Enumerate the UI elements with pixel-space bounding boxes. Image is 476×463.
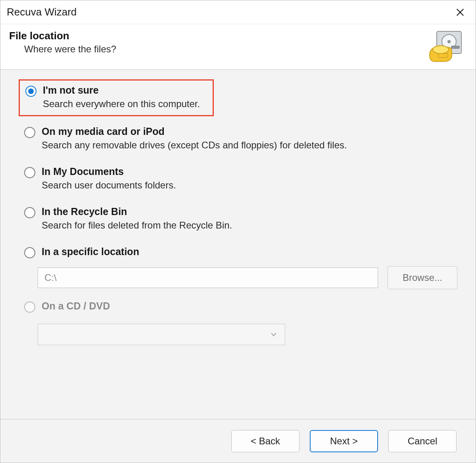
option-not-sure-desc: Search everywhere on this computer. bbox=[43, 98, 200, 110]
close-button[interactable] bbox=[453, 6, 467, 19]
option-recycle-bin-texts: In the Recycle Bin Search for files dele… bbox=[42, 206, 232, 231]
titlebar: Recuva Wizard bbox=[0, 0, 476, 24]
next-button[interactable]: Next > bbox=[310, 430, 378, 452]
specific-location-row: Browse... bbox=[38, 266, 457, 289]
radio-not-sure[interactable] bbox=[25, 86, 36, 97]
radio-cd-dvd bbox=[24, 302, 35, 313]
chevron-down-icon bbox=[270, 330, 278, 338]
option-cd-dvd-label: On a CD / DVD bbox=[42, 300, 110, 312]
location-path-input[interactable] bbox=[38, 267, 378, 288]
svg-rect-7 bbox=[438, 54, 448, 58]
option-not-sure-texts: I'm not sure Search everywhere on this c… bbox=[43, 85, 200, 110]
svg-point-6 bbox=[433, 46, 449, 54]
option-not-sure-label: I'm not sure bbox=[43, 85, 200, 96]
browse-button[interactable]: Browse... bbox=[388, 266, 457, 289]
option-specific-location[interactable]: In a specific location bbox=[19, 242, 457, 264]
option-media-card[interactable]: On my media card or iPod Search any remo… bbox=[19, 122, 457, 156]
option-documents[interactable]: In My Documents Search user documents fo… bbox=[19, 162, 457, 196]
radio-documents[interactable] bbox=[24, 167, 35, 178]
close-icon bbox=[456, 8, 464, 17]
option-recycle-bin[interactable]: In the Recycle Bin Search for files dele… bbox=[19, 202, 457, 236]
window-title: Recuva Wizard bbox=[7, 6, 77, 18]
radio-specific-location[interactable] bbox=[24, 247, 35, 258]
option-documents-label: In My Documents bbox=[42, 166, 176, 177]
option-specific-location-texts: In a specific location bbox=[42, 246, 139, 257]
option-documents-desc: Search user documents folders. bbox=[42, 180, 176, 191]
page-heading: File location bbox=[9, 30, 116, 42]
radio-media-card[interactable] bbox=[24, 127, 35, 138]
hard-drive-icon bbox=[427, 30, 464, 62]
option-not-sure[interactable]: I'm not sure Search everywhere on this c… bbox=[19, 79, 214, 116]
option-cd-dvd: On a CD / DVD bbox=[19, 296, 457, 318]
option-media-card-label: On my media card or iPod bbox=[42, 126, 347, 137]
back-button[interactable]: < Back bbox=[231, 430, 299, 452]
option-documents-texts: In My Documents Search user documents fo… bbox=[42, 166, 176, 191]
wizard-window: Recuva Wizard File location Where were t… bbox=[0, 0, 476, 463]
page-subheading: Where were the files? bbox=[24, 44, 116, 55]
cd-dvd-select-row bbox=[38, 324, 457, 345]
header-text: File location Where were the files? bbox=[9, 30, 116, 55]
header-panel: File location Where were the files? bbox=[0, 24, 476, 70]
cd-dvd-drive-select bbox=[38, 324, 285, 345]
option-recycle-bin-label: In the Recycle Bin bbox=[42, 206, 232, 217]
wizard-footer: < Back Next > Cancel bbox=[0, 419, 476, 463]
cancel-button[interactable]: Cancel bbox=[388, 430, 457, 452]
svg-point-4 bbox=[447, 40, 451, 43]
option-recycle-bin-desc: Search for files deleted from the Recycl… bbox=[42, 220, 232, 231]
content-area: I'm not sure Search everywhere on this c… bbox=[0, 70, 476, 419]
option-media-card-desc: Search any removable drives (except CDs … bbox=[42, 140, 347, 151]
option-cd-dvd-texts: On a CD / DVD bbox=[42, 300, 110, 312]
option-media-card-texts: On my media card or iPod Search any remo… bbox=[42, 126, 347, 151]
radio-recycle-bin[interactable] bbox=[24, 207, 35, 218]
option-specific-location-label: In a specific location bbox=[42, 246, 139, 257]
svg-rect-5 bbox=[451, 46, 460, 49]
